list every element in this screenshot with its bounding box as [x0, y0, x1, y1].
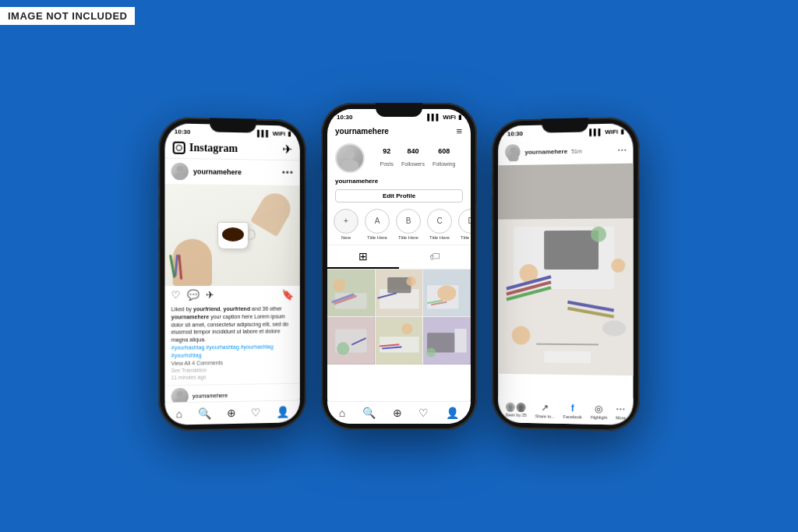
comment-icon[interactable]: 💬: [187, 289, 200, 301]
post-caption: Liked by yourfriend, yourfriend and 36 o…: [165, 303, 300, 384]
hamburger-menu-icon[interactable]: ≡: [456, 125, 463, 137]
story-username: yournamehere: [524, 147, 567, 155]
profile-info: 92 Posts 840 Followers 608 Following: [327, 140, 471, 176]
instagram-wordmark: Instagram: [189, 141, 238, 154]
status-icons: ▌▌▌ WiFi ▮: [257, 129, 291, 137]
share-story-icon: ↗: [541, 402, 549, 413]
highlight-c[interactable]: C Title Here: [427, 209, 452, 240]
highlight-a[interactable]: A Title Here: [365, 209, 390, 240]
story-top-bar: yournamehere 51m ⋯: [498, 136, 633, 165]
nav-search-icon[interactable]: 🔍: [198, 407, 211, 419]
highlight-a-label: Title Here: [367, 235, 387, 240]
photo-cell-1[interactable]: [327, 270, 375, 317]
phone-feed: 10:30 ▌▌▌ WiFi ▮ Instagram ✈: [158, 116, 305, 431]
profile-avatar[interactable]: [335, 143, 365, 173]
posts-label: Posts: [380, 161, 394, 167]
story-share-action[interactable]: ↗ Share to...: [535, 402, 555, 418]
tab-grid[interactable]: ⊞: [327, 245, 399, 269]
svg-rect-50: [544, 351, 591, 363]
photo-cell-5[interactable]: [376, 317, 423, 365]
cup-handle: [248, 228, 256, 239]
post-actions: ♡ 💬 ✈ 🔖: [165, 285, 300, 304]
story-screen: 10:30 ▌▌▌ WiFi ▮ yournamehere 51m ⋯: [498, 123, 633, 425]
nav-add-icon[interactable]: ⊕: [227, 406, 236, 418]
share-icon[interactable]: ✈: [206, 289, 214, 301]
feed-header: Instagram ✈: [165, 136, 300, 160]
profile-nav-search-icon[interactable]: 🔍: [362, 407, 376, 419]
svg-point-1: [175, 172, 185, 179]
volume-up-button: [158, 195, 159, 218]
more-icon: ⋯: [616, 403, 625, 414]
photo-cell-3[interactable]: [423, 270, 471, 317]
post-options-icon[interactable]: •••: [282, 167, 294, 178]
story-status-icons: ▌▌▌ WiFi ▮: [589, 128, 623, 136]
nav-heart-icon[interactable]: ♡: [251, 406, 261, 418]
highlight-new[interactable]: + New: [334, 209, 358, 240]
story-highlights: + New A Title Here B Title Here C Title …: [327, 206, 471, 243]
highlight-d[interactable]: D Title Here: [458, 209, 471, 240]
tab-tag[interactable]: 🏷: [399, 245, 471, 269]
seen-avatar-1: [506, 402, 515, 411]
svg-point-27: [401, 323, 412, 334]
highlight-new-label: New: [341, 235, 351, 240]
notch-3: [542, 118, 588, 132]
photo-grid: [327, 270, 471, 365]
nav-home-icon[interactable]: ⌂: [176, 407, 183, 420]
highlight-d-label: Title Here: [461, 235, 471, 240]
mute-button-2: [321, 157, 322, 173]
profile-nav-profile-icon[interactable]: 👤: [446, 407, 459, 419]
send-icon[interactable]: ✈: [282, 142, 292, 157]
signal-icon: ▌▌▌: [257, 129, 270, 136]
power-button-3: [639, 179, 640, 219]
svg-point-23: [337, 343, 349, 355]
highlight-a-circle: A: [365, 209, 390, 234]
hashtags-text: #yourhashtag #yourhashtag #yourhashtag #…: [171, 343, 294, 359]
like-icon[interactable]: ♡: [171, 289, 181, 301]
profile-status-time: 10:30: [337, 114, 352, 121]
story-content-area: [498, 218, 633, 375]
wifi-icon: WiFi: [273, 130, 286, 137]
highlight-b[interactable]: B Title Here: [396, 209, 421, 240]
profile-nav-home-icon[interactable]: ⌂: [339, 407, 345, 419]
edit-profile-button[interactable]: Edit Profile: [335, 189, 463, 203]
story-facebook-action[interactable]: f Facebook: [563, 402, 582, 418]
liked-by-text: Liked by yourfriend, yourfriend and 36 o…: [171, 305, 294, 313]
svg-rect-26: [380, 336, 419, 352]
story-status-time: 10:30: [507, 130, 523, 137]
nav-profile-icon[interactable]: 👤: [277, 405, 290, 417]
instagram-logo: Instagram: [173, 141, 238, 155]
photo-cell-2[interactable]: [376, 270, 423, 317]
photo-cell-6[interactable]: [423, 317, 471, 365]
svg-point-5: [341, 159, 358, 171]
highlight-new-circle: +: [334, 209, 358, 234]
story-more-icon[interactable]: ⋯: [617, 144, 627, 155]
profile-nav-heart-icon[interactable]: ♡: [418, 407, 429, 419]
story-highlight-action[interactable]: ◎ Highlight: [591, 403, 608, 420]
highlight-c-label: Title Here: [429, 235, 450, 240]
highlight-d-circle: D: [458, 209, 471, 234]
highlight-b-label: Title Here: [398, 235, 418, 240]
photo-cell-4[interactable]: [327, 317, 375, 365]
story-seen-action[interactable]: Seen by 25: [505, 402, 526, 417]
status-time: 10:30: [175, 128, 191, 135]
highlight-icon: ◎: [595, 403, 602, 414]
profile-stats: 92 Posts 840 Followers 608 Following: [373, 147, 463, 169]
bookmark-icon[interactable]: 🔖: [281, 288, 294, 300]
notch-2: [376, 103, 422, 117]
volume-up-button-2: [321, 181, 322, 204]
profile-nav-add-icon[interactable]: ⊕: [393, 407, 402, 419]
caption-text: yournamehere your caption here Lorem ips…: [171, 312, 294, 344]
post-user-avatar[interactable]: [171, 162, 189, 179]
story-more-action[interactable]: ⋯ More: [616, 403, 626, 420]
svg-point-35: [508, 154, 519, 161]
phone-profile: 10:30 ▌▌▌ WiFi ▮ yournamehere ≡: [321, 103, 477, 430]
following-number: 608: [433, 147, 456, 155]
volume-up-button-3: [492, 197, 493, 220]
volume-down-button-2: [321, 212, 322, 235]
svg-point-4: [345, 150, 355, 160]
posts-stat: 92 Posts: [380, 147, 394, 169]
profile-bottom-nav: ⌂ 🔍 ⊕ ♡ 👤: [327, 401, 471, 424]
power-button-2: [476, 165, 477, 204]
watermark-label: IMAGE NOT INCLUDED: [0, 7, 135, 25]
facebook-label: Facebook: [563, 414, 582, 418]
